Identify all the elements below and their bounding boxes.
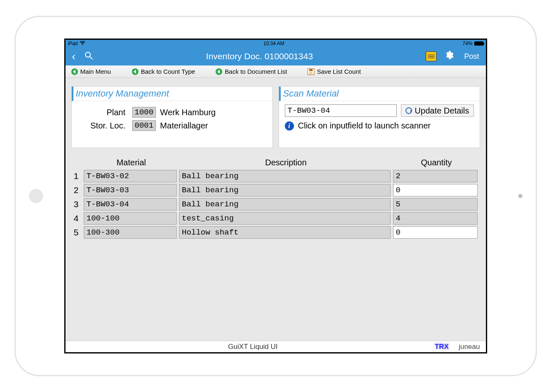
status-bar: iPad 10:34 AM 74% xyxy=(66,40,486,47)
back-doc-list-label: Back to Document List xyxy=(225,68,287,75)
quantity-input[interactable] xyxy=(393,198,478,211)
server-name: juneau xyxy=(459,343,480,351)
svg-point-1 xyxy=(85,52,90,57)
ipad-frame: iPad 10:34 AM 74% ‹ Inventory Doc. 01000… xyxy=(15,16,537,376)
back-arrow-icon xyxy=(71,68,78,75)
table-row: 4100-100test_casing xyxy=(69,212,480,225)
panels-area: Inventory Management Plant 1000 Werk Ham… xyxy=(66,78,486,152)
back-count-type-label: Back to Count Type xyxy=(141,68,195,75)
row-index: 2 xyxy=(69,185,84,195)
battery-percent: 74% xyxy=(462,41,472,46)
row-index: 3 xyxy=(69,199,84,209)
table-row: 1T-BW03-02Ball bearing xyxy=(69,170,480,182)
scan-material-panel: Scan Material Update Details i Click on … xyxy=(279,86,480,148)
post-button[interactable]: Post xyxy=(461,52,481,61)
quantity-input[interactable] xyxy=(393,212,478,225)
save-icon xyxy=(308,68,314,75)
description-cell: Ball bearing xyxy=(179,170,391,182)
page-title: Inventory Doc. 0100001343 xyxy=(100,51,419,61)
camera-dot-icon xyxy=(29,189,43,203)
quantity-input[interactable] xyxy=(393,184,478,196)
count-table: Material Description Quantity 1T-BW03-02… xyxy=(66,152,486,240)
main-menu-button[interactable]: Main Menu xyxy=(71,68,111,75)
back-count-type-button[interactable]: Back to Count Type xyxy=(132,68,195,75)
header-description: Description xyxy=(179,158,393,167)
description-cell: Ball bearing xyxy=(179,198,391,211)
clock: 10:34 AM xyxy=(88,41,460,46)
material-cell: T-BW03-04 xyxy=(84,198,177,211)
table-row: 3T-BW03-04Ball bearing xyxy=(69,198,480,211)
material-cell: T-BW03-03 xyxy=(84,184,177,196)
battery-icon xyxy=(474,41,483,46)
material-cell: 100-300 xyxy=(84,226,177,239)
plant-code: 1000 xyxy=(132,107,156,118)
svg-point-0 xyxy=(82,44,83,45)
scan-material-title: Scan Material xyxy=(279,87,480,101)
action-toolbar: Main Menu Back to Count Type Back to Doc… xyxy=(66,65,486,78)
back-arrow-icon xyxy=(216,68,222,75)
screen: iPad 10:34 AM 74% ‹ Inventory Doc. 01000… xyxy=(64,39,487,353)
update-details-label: Update Details xyxy=(415,106,469,116)
description-cell: Ball bearing xyxy=(179,184,391,196)
update-details-button[interactable]: Update Details xyxy=(401,104,473,117)
material-cell: 100-100 xyxy=(84,212,177,225)
storage-location-name: Materiallager xyxy=(159,121,208,131)
material-cell: T-BW03-02 xyxy=(84,170,177,182)
back-button[interactable]: ‹ xyxy=(70,50,78,63)
save-list-count-label: Save List Count xyxy=(317,68,361,75)
table-row: 5100-300Hollow shaft xyxy=(69,226,480,239)
row-index: 4 xyxy=(69,213,84,223)
save-list-count-button[interactable]: Save List Count xyxy=(308,68,361,75)
refresh-icon xyxy=(405,107,412,114)
description-cell: Hollow shaft xyxy=(179,226,391,239)
plant-label: Plant xyxy=(79,108,129,117)
device-label: iPad xyxy=(68,41,78,46)
table-row: 2T-BW03-03Ball bearing xyxy=(69,184,480,196)
header-material: Material xyxy=(84,158,179,167)
inventory-management-panel: Inventory Management Plant 1000 Werk Ham… xyxy=(71,86,273,148)
back-doc-list-button[interactable]: Back to Document List xyxy=(216,68,287,75)
search-button[interactable] xyxy=(85,51,93,62)
settings-button[interactable] xyxy=(444,50,454,63)
back-arrow-icon xyxy=(132,68,138,75)
row-index: 1 xyxy=(69,171,84,181)
connection-status-button[interactable] xyxy=(426,51,437,61)
info-icon: i xyxy=(285,121,294,131)
inventory-management-title: Inventory Management xyxy=(72,87,272,101)
plant-name: Werk Hamburg xyxy=(159,108,216,117)
svg-line-2 xyxy=(90,57,92,59)
product-name: GuiXT Liquid UI xyxy=(71,343,435,351)
main-menu-label: Main Menu xyxy=(80,68,111,75)
table-header: Material Description Quantity xyxy=(69,158,480,167)
quantity-input[interactable] xyxy=(393,226,478,239)
nav-bar: ‹ Inventory Doc. 0100001343 Post xyxy=(66,47,486,65)
scan-material-input[interactable] xyxy=(285,104,397,117)
description-cell: test_casing xyxy=(179,212,391,225)
header-quantity: Quantity xyxy=(393,158,480,167)
quantity-input[interactable] xyxy=(393,170,478,182)
scan-hint-text: Click on inputfield to launch scanner xyxy=(298,121,431,131)
home-indicator-icon xyxy=(518,194,522,198)
trx-button[interactable]: TRX xyxy=(434,343,449,351)
footer-bar: GuiXT Liquid UI TRX juneau xyxy=(66,341,486,352)
wifi-icon xyxy=(80,41,85,46)
storage-location-code: 0001 xyxy=(132,120,156,131)
row-index: 5 xyxy=(69,227,84,237)
storage-location-label: Stor. Loc. xyxy=(79,121,129,131)
